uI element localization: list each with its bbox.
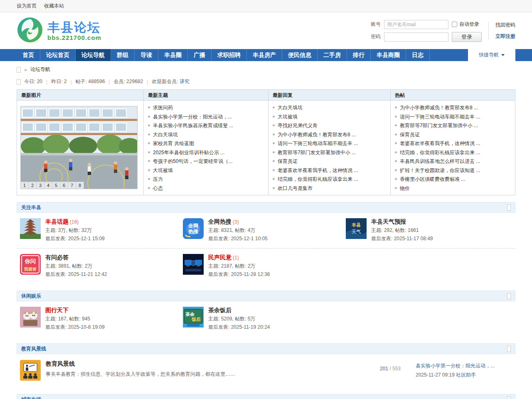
find-password-link[interactable]: 找回密码 <box>495 22 515 29</box>
hot-post-link[interactable]: 保育员证 <box>400 132 420 138</box>
nav-item-jobs[interactable]: 求职招聘 <box>212 49 247 61</box>
forum-name[interactable]: 茶余饭后 <box>208 307 232 313</box>
nav-item-convenience-info[interactable]: 便民信息 <box>282 49 318 61</box>
nav-item-home[interactable]: 首页 <box>17 49 40 61</box>
bullet-icon <box>395 187 397 189</box>
pager-6[interactable]: 6 <box>60 182 68 189</box>
nav-item-realestate[interactable]: 丰县房产 <box>247 49 282 61</box>
reply-link[interactable]: 教育部等7部门发文部署加强中小 ... <box>278 150 356 155</box>
topic-link[interactable]: 压力 <box>153 176 163 182</box>
stat-today: 今日: 20 <box>24 78 42 85</box>
reply-link[interactable]: 为中小学教师减负！教育部发布8 ... <box>278 132 356 138</box>
topic-link[interactable]: 夸孩子的50句话，一定要经常说（... <box>153 158 232 164</box>
pager-7[interactable]: 7 <box>68 182 76 189</box>
nav-item-secondhand[interactable]: 二手房 <box>318 49 347 61</box>
topic-link[interactable]: 求医问药 <box>153 105 173 111</box>
hot-search-icon[interactable]: 全网 热搜 <box>183 218 204 239</box>
hot-post-link[interactable]: 香榭里小区供暖费收费标准 ... <box>400 176 465 182</box>
collapse-icon[interactable] <box>507 204 511 211</box>
forum-name[interactable]: 丰县话题 <box>45 218 69 225</box>
nav-item-broadcast[interactable]: 广播 <box>188 49 212 61</box>
bullet-icon <box>273 151 275 153</box>
reply-link[interactable]: 保育员证 <box>278 158 298 164</box>
topic-link[interactable]: 大白天填坑 <box>153 132 178 138</box>
auto-login-checkbox[interactable] <box>452 22 457 27</box>
forum-tea-chat: 茶余 饭后 茶余饭后 主题: 5209, 帖数: 5万 最后发表: 2025-1… <box>180 307 342 331</box>
pager-3[interactable]: 3 <box>37 182 44 189</box>
forum-name[interactable]: 图行天下 <box>45 307 69 313</box>
forum-name[interactable]: 丰县天气预报 <box>371 218 406 225</box>
pager-5[interactable]: 5 <box>52 182 60 189</box>
forum-fengxian-topics: 丰县话题(16) 主题: 3万, 帖数: 32万 最后发表: 2025-12-1… <box>17 218 180 242</box>
forum-stats: 主题: 8321, 帖数: 4万 <box>208 227 268 234</box>
forum-counts: 201 / 553 <box>363 366 401 372</box>
ask-answer-icon[interactable]: 你问 我就答 <box>20 254 41 275</box>
topic-link[interactable]: 大坑被填 <box>153 167 173 173</box>
collapse-icon[interactable] <box>507 293 511 299</box>
puppies-photo-icon[interactable] <box>20 307 41 328</box>
classroom-icon[interactable] <box>20 360 41 381</box>
svg-text:热搜: 热搜 <box>188 229 199 234</box>
hot-post-link[interactable]: 教育部等7部门发文部署加强中小 ... <box>400 123 478 128</box>
nav-item-ranking[interactable]: 排行 <box>347 49 371 61</box>
topic-link[interactable]: 心态 <box>153 185 163 191</box>
tea-chat-icon[interactable]: 茶余 饭后 <box>183 307 204 328</box>
forum-name[interactable]: 全网热搜 <box>208 218 232 225</box>
reply-link[interactable]: 请问一下骑三轮电动车能不能去丰 ... <box>278 140 358 146</box>
topic-link[interactable]: 2025年丰县创业培训补贴公示 ... <box>153 150 224 155</box>
hot-post-link[interactable]: 扩转！关于校园欺凌，你应该知道 ... <box>400 167 480 173</box>
add-favorite-link[interactable]: 收藏本站 <box>44 2 64 10</box>
welcome-user-link[interactable]: 讲究 <box>180 78 190 85</box>
pager-4[interactable]: 4 <box>44 182 52 189</box>
pagoda-icon[interactable] <box>20 218 41 239</box>
nav-item-guide[interactable]: 导读 <box>135 49 158 61</box>
topic-link[interactable]: 县实验小学第一分校：阳光运动，... <box>153 114 232 120</box>
nav-item-groups[interactable]: 群组 <box>111 49 135 61</box>
set-home-link[interactable]: 设为首页 <box>17 2 37 10</box>
home-icon[interactable] <box>17 67 21 73</box>
collapse-icon[interactable] <box>507 397 511 399</box>
nav-item-fengxian-circle[interactable]: 丰县圈 <box>158 49 188 61</box>
nav-item-business-circle[interactable]: 丰县商圈 <box>371 49 406 61</box>
topic-link[interactable]: 家校共育 共绘蓝图 <box>153 140 194 146</box>
last-post-user-link[interactable]: 社区助手 <box>456 372 476 378</box>
account-input[interactable] <box>384 20 448 29</box>
nav-item-forum-home[interactable]: 论坛首页 <box>40 49 76 61</box>
hot-post-link[interactable]: 老婆喜欢半夜看我手机，这种情况 ... <box>400 140 480 146</box>
nav-item-forum-nav[interactable]: 论坛导航 <box>76 49 111 61</box>
public-voice-icon[interactable] <box>183 254 204 275</box>
pager-2[interactable]: 2 <box>29 182 37 189</box>
hot-post-link[interactable]: 丰县民兵训练基地怎么样可以进去 ... <box>400 158 480 164</box>
latest-images-header: 最新图片 <box>17 90 143 101</box>
hot-post-link[interactable]: 请问一下骑三轮电动车能不能去丰 ... <box>400 114 480 120</box>
pager-1[interactable]: 1 <box>21 182 29 189</box>
reply-link[interactable]: 寻找好兄弟代义青 <box>278 123 318 128</box>
pager-8[interactable]: 8 <box>76 182 84 189</box>
hot-post-link[interactable]: 为中小学教师减负！教育部发布8 ... <box>400 105 478 111</box>
reply-link[interactable]: 大白天填坑 <box>278 105 303 111</box>
reply-link[interactable]: 欢口几号是集市 <box>278 185 313 191</box>
collapse-icon[interactable] <box>507 346 511 352</box>
nav-item-blog[interactable]: 日志 <box>406 49 430 61</box>
topic-link[interactable]: 丰县实验小学民族器乐教育成绩斐 ... <box>153 123 233 128</box>
password-input[interactable] <box>384 32 448 42</box>
forum-stats: 主题: 5209, 帖数: 5万 <box>208 315 270 323</box>
quick-nav-button[interactable]: 快捷导航 <box>468 49 515 61</box>
forum-name[interactable]: 有问必答 <box>45 254 69 261</box>
login-button[interactable]: 登录 <box>452 32 482 42</box>
latest-photo-thumbnail[interactable] <box>21 106 137 189</box>
bullet-icon <box>148 178 150 180</box>
last-post-title-link[interactable]: 县实验小学第一分校：阳光运动，... <box>416 362 512 369</box>
reply-link[interactable]: 老婆喜欢半夜看我手机，这种情况 ... <box>278 167 358 173</box>
site-logo[interactable]: 丰县论坛 bbs.221700.com <box>17 17 101 45</box>
reply-link[interactable]: 结完婚，你觉得彩礼钱应该拿出来 ... <box>278 176 358 182</box>
hot-post-link[interactable]: 物价 <box>400 185 410 191</box>
weather-icon[interactable]: 丰县 天气 <box>346 218 367 239</box>
bullet-icon <box>273 142 275 144</box>
forum-name[interactable]: 民声民意 <box>208 254 232 261</box>
auto-login-checkbox-row: 自动登录 <box>452 21 482 28</box>
reply-link[interactable]: 大坑被填 <box>278 114 298 120</box>
hot-post-link[interactable]: 结完婚，你觉得彩礼钱应该拿出来 ... <box>400 150 480 155</box>
register-link[interactable]: 立即注册 <box>495 33 515 40</box>
forum-name[interactable]: 教育风景线 <box>46 360 75 367</box>
